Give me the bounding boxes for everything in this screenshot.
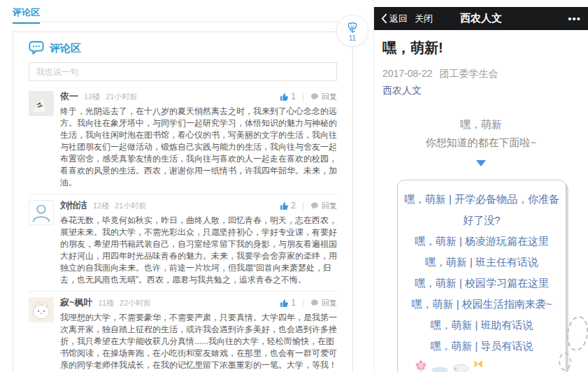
reply-bubble-icon	[310, 299, 319, 307]
reply-button[interactable]: 回复	[310, 201, 337, 211]
comment-row: 寂~枫叶 11楼 22小时前 1 | 回复	[29, 292, 337, 372]
speech-bubble-icon	[29, 41, 44, 57]
like-button[interactable]: 2	[280, 201, 296, 210]
article-link[interactable]: 嘿，萌新 | 班助有话说	[403, 315, 560, 336]
like-button[interactable]: 1	[280, 92, 296, 101]
reply-button[interactable]: 回复	[310, 92, 337, 102]
nav-back-label: 返回	[389, 13, 408, 25]
comment-input[interactable]	[29, 62, 337, 81]
tab-comments[interactable]: 评论区	[13, 6, 40, 24]
comment-text: 我理想的大学，不需要豪华，不需要严肃，只要真情。大学四年，是我第一次离开家，独自…	[60, 312, 337, 371]
tab-divider	[13, 22, 353, 22]
comment-floor: 13楼	[84, 92, 100, 102]
nav-close-button[interactable]: 关闭	[415, 13, 433, 25]
comment-text: 终于，光阴远去了，在十八岁的夏天悄然离去之时，我来到了心心念念的远方。我向往在象…	[60, 106, 337, 189]
article-link[interactable]: 嘿，萌新 | 校园学习篇在这里	[403, 273, 560, 294]
avatar	[29, 200, 54, 225]
comment-time: 22小时前	[120, 298, 151, 308]
comment-card: 评论区 依一 13楼 21小时前 1	[13, 31, 353, 372]
comment-author: 寂~枫叶	[60, 296, 93, 309]
comment-floor: 11楼	[99, 298, 114, 308]
comment-floor: 12楼	[93, 201, 109, 211]
intro-line-2: 你想知道的都在下面啦~	[382, 134, 580, 152]
reply-label: 回复	[322, 92, 337, 102]
article-intro: 嘿，萌新 你想知道的都在下面啦~	[382, 115, 580, 152]
account-link[interactable]: 西农人文	[382, 85, 580, 97]
article-link[interactable]: 嘿，萌新 | 校园生活指南来袭~	[403, 294, 560, 315]
article-date: 2017-08-22	[382, 68, 433, 79]
like-count: 1	[291, 298, 296, 308]
nav-back-button[interactable]: 返回	[381, 13, 408, 25]
article-link[interactable]: 嘿，萌新 | 开学必备物品，你准备好了没?	[403, 189, 560, 231]
dashed-doodle-icon	[559, 352, 571, 371]
article-link-box: 嘿，萌新 | 开学必备物品，你准备好了没? 嘿，萌新 | 杨凌游玩篇在这里 嘿，…	[397, 180, 566, 372]
thumb-up-icon	[280, 201, 289, 210]
sheep-icon	[452, 364, 469, 372]
reply-label: 回复	[322, 298, 337, 308]
comment-author: 刘怡洁	[60, 199, 87, 212]
article-link[interactable]: 嘿，萌新 | 杨凌游玩篇在这里	[403, 231, 560, 252]
badge-count: 11	[349, 35, 356, 42]
comments-panel: 评论区 评论区	[0, 0, 361, 372]
like-count: 2	[291, 201, 296, 210]
comment-time: 21小时前	[106, 92, 137, 102]
avatar	[29, 91, 54, 116]
like-count: 1	[291, 92, 296, 101]
comment-row: 依一 13楼 21小时前 1 | 回复	[29, 85, 337, 194]
comment-text: 春花无数，毕竟何如秋实，昨日，曲终人散，回忆青春，明天，志在西农，展望未来。我的…	[60, 215, 337, 286]
thumb-up-icon	[280, 92, 289, 101]
flower-icon	[345, 20, 360, 36]
article-body: 嘿，萌新! 2017-08-22 团工委学生会 西农人文 嘿，萌新 你想知道的都…	[374, 0, 588, 372]
triangle-down-icon	[476, 160, 486, 166]
comment-time: 21小时前	[115, 201, 146, 211]
thumb-up-icon	[280, 299, 289, 308]
reply-label: 回复	[322, 201, 337, 211]
comment-card-header: 评论区	[29, 41, 337, 56]
reply-bubble-icon	[310, 201, 319, 210]
article-link[interactable]: 嘿，萌新 | 导员有话说	[403, 336, 560, 357]
reply-bubble-icon	[310, 92, 319, 101]
intro-line-1: 嘿，萌新	[382, 115, 580, 134]
article-title: 嘿，萌新!	[382, 38, 580, 57]
comment-author: 依一	[60, 90, 78, 103]
back-chevron-icon	[381, 13, 387, 24]
mobile-article-panel: 西农人文 返回 关闭 ••• 嘿，萌新! 2017-08-22 团工委学生会 西…	[373, 0, 588, 372]
like-button[interactable]: 1	[280, 298, 296, 308]
butterfly-icon	[473, 359, 484, 369]
comment-card-title: 评论区	[50, 42, 81, 55]
article-link[interactable]: 嘿，萌新 | 班主任有话说	[403, 252, 560, 273]
flower-like-badge[interactable]: 11	[336, 15, 368, 47]
more-menu-icon[interactable]: •••	[568, 13, 581, 24]
reply-button[interactable]: 回复	[310, 298, 337, 308]
mobile-navbar: 西农人文 返回 关闭 •••	[374, 7, 588, 30]
cloud-icon	[431, 366, 449, 372]
avatar	[29, 297, 54, 322]
comment-row: 刘怡洁 12楼 21小时前 2 | 回复	[29, 194, 337, 292]
pink-flower-icon	[415, 359, 427, 372]
article-meta: 2017-08-22 团工委学生会	[382, 68, 580, 80]
decoration-row	[403, 359, 560, 372]
article-author: 团工委学生会	[440, 68, 499, 79]
